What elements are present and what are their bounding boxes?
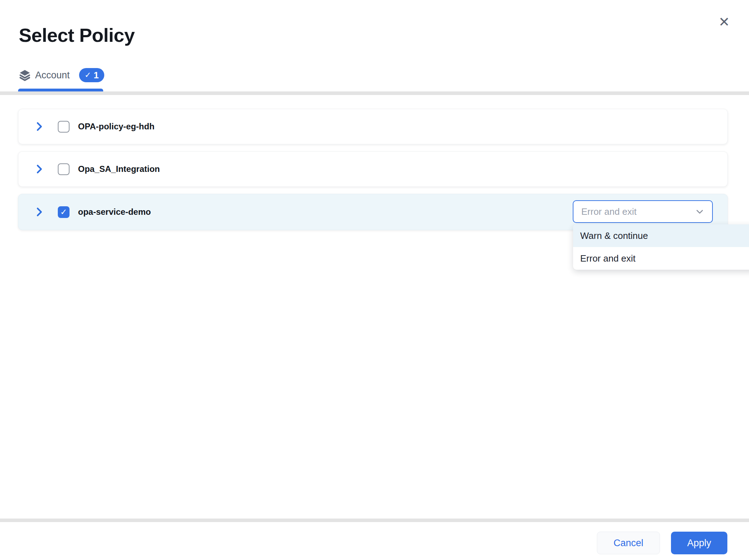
chevron-right-icon[interactable] — [34, 207, 45, 217]
policy-checkbox[interactable]: ✓ — [58, 206, 70, 218]
policy-name: OPA-policy-eg-hdh — [78, 122, 155, 131]
layers-icon — [19, 69, 31, 81]
footer-divider — [0, 519, 749, 522]
selected-count-badge: ✓ 1 — [79, 68, 105, 82]
chevron-down-icon — [695, 207, 704, 216]
menu-option-error-exit[interactable]: Error and exit — [573, 247, 749, 270]
policy-name: opa-service-demo — [78, 207, 151, 217]
action-dropdown-value: Error and exit — [581, 206, 695, 217]
badge-check-icon: ✓ — [85, 71, 91, 79]
chevron-right-icon[interactable] — [34, 121, 45, 132]
cancel-button[interactable]: Cancel — [597, 532, 660, 554]
policy-row-opa-policy-eg-hdh: OPA-policy-eg-hdh — [18, 109, 728, 144]
tab-account-label: Account — [35, 70, 70, 81]
active-tab-underline — [18, 89, 103, 91]
close-icon[interactable]: ✕ — [716, 13, 733, 30]
menu-option-warn-continue[interactable]: Warn & continue — [573, 224, 749, 247]
tab-bar-divider — [0, 91, 749, 95]
policy-list: OPA-policy-eg-hdh Opa_SA_Integration ✓ o… — [18, 109, 728, 237]
tab-account[interactable]: Account ✓ 1 — [19, 67, 104, 84]
page-title: Select Policy — [19, 24, 135, 46]
chevron-right-icon[interactable] — [34, 164, 45, 174]
apply-button[interactable]: Apply — [671, 532, 727, 554]
action-dropdown[interactable]: Error and exit — [573, 200, 713, 223]
policy-checkbox[interactable] — [58, 121, 70, 133]
policy-row-opa-sa-integration: Opa_SA_Integration — [18, 151, 728, 187]
action-dropdown-menu: Warn & continue Error and exit — [573, 224, 749, 270]
policy-checkbox[interactable] — [58, 163, 70, 175]
policy-name: Opa_SA_Integration — [78, 164, 160, 174]
badge-count: 1 — [94, 71, 99, 80]
